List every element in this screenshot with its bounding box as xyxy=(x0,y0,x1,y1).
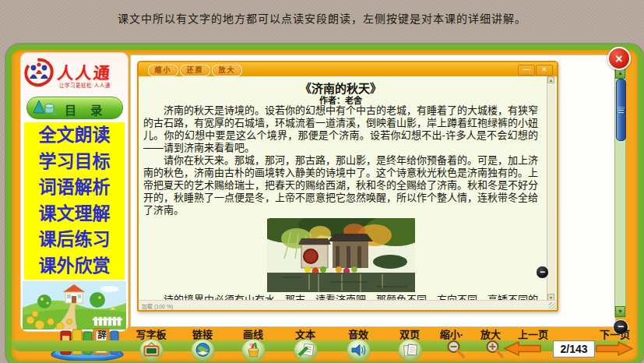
doc-minimize-button[interactable]: — xyxy=(518,65,535,76)
toolbar-drawline-button[interactable]: 画线 xyxy=(228,325,278,361)
document-window-titlebar[interactable]: 缩小 还原 放大 — × xyxy=(139,62,557,76)
magnifier-plus-icon xyxy=(484,339,505,359)
toc-button[interactable]: 目 录 xyxy=(26,97,123,119)
sidebar-item-text-comprehension[interactable]: 课文理解 xyxy=(24,201,125,227)
toolbar-zoomout-button[interactable]: 缩小· xyxy=(430,325,473,361)
prev-page-arrow[interactable] xyxy=(503,341,542,356)
scroll-down-icon[interactable]: ▼ xyxy=(615,306,625,317)
brand-row: 人人通 让学习更轻松·人人通 xyxy=(23,55,125,93)
sidebar-item-full-text-reading[interactable]: 全文朗读 xyxy=(24,122,125,149)
toolbar-doublepage-button[interactable]: 双页 xyxy=(385,325,435,361)
prev-page-label[interactable]: 上一页 xyxy=(518,326,548,341)
collapse-button-doc[interactable]: − xyxy=(536,266,549,279)
scrollbar-thumb[interactable] xyxy=(616,79,626,141)
doc-zoom-in-button[interactable]: 放大 xyxy=(212,65,242,76)
double-page-icon xyxy=(398,339,422,361)
doc-restore-button[interactable]: 还原 xyxy=(180,65,210,76)
doc-close-button[interactable]: × xyxy=(536,65,553,76)
brand-tagline: 让学习更轻松·人人通 xyxy=(59,81,111,89)
toolbar-link-button[interactable]: 链接 xyxy=(178,325,227,361)
doc-zoom-out-button[interactable]: 缩小 xyxy=(148,65,178,76)
toolbar-text-button[interactable]: 文本 xyxy=(280,325,330,361)
countryside-illustration xyxy=(23,281,126,330)
document-content: 《济南的秋天》 作者：老舍 济南的秋天是诗境的。设若你的幻想中有个中古的老城，有… xyxy=(140,76,541,301)
page-indicator: 2/143 xyxy=(553,340,595,358)
toolbar-writeboard-button[interactable]: 写字板 xyxy=(126,325,176,361)
next-page-label[interactable]: 下一页 xyxy=(600,326,630,341)
lesson-paragraph-1[interactable]: 济南的秋天是诗境的。设若你的幻想中有个中古的老城，有睡着了的大城楼，有狭窄的古石… xyxy=(143,104,538,154)
sidebar-item-extracurricular[interactable]: 课外欣赏 xyxy=(24,253,125,280)
main-scrollbar: ▲ ▼ xyxy=(614,67,626,318)
sidebar-item-learning-goals[interactable]: 学习目标 xyxy=(24,149,125,175)
shapes-icon xyxy=(32,99,58,116)
paint-bucket-icon xyxy=(241,339,266,361)
app-screen: 课文中所以有文字的地方都可以点读安段朗读，左侧按键是对本课的详细讲解。 ····… xyxy=(0,0,644,363)
sidebar-panel: 人人通 让学习更轻松·人人通 目 录 全文朗读 学习目标 词语解析 课文理解 课… xyxy=(20,52,128,332)
brand-name: 人人通 xyxy=(56,60,112,83)
link-globe-icon xyxy=(191,339,215,361)
lesson-author: 作者：老舍 xyxy=(143,93,538,104)
toolbar-sound-button[interactable]: 音效 xyxy=(333,325,383,361)
lesson-paragraph-2[interactable]: 请你在秋天来。那城，那河，那古路，那山影，是终年给你预备着的。可是，加上济南的秋… xyxy=(143,154,538,217)
speaker-icon xyxy=(347,339,371,361)
sidebar-item-word-analysis[interactable]: 词语解析 xyxy=(24,174,125,201)
instruction-text: 课文中所以有文字的地方都可以点读安段朗读，左侧按键是对本课的详细讲解。 xyxy=(0,10,644,26)
sidebar-menu: 全文朗读 学习目标 词语解析 课文理解 课后练习 课外欣赏 xyxy=(24,122,125,280)
toc-label: 目 录 xyxy=(65,101,107,118)
jinan-garden-photo xyxy=(267,218,415,292)
brand-logo-icon xyxy=(23,55,56,90)
document-statusbar: 加载 (100 %) xyxy=(139,300,557,310)
sidebar-item-after-class-exercise[interactable]: 课后练习 xyxy=(24,227,125,253)
doc-scroll-up-icon[interactable]: ▲ xyxy=(547,76,554,83)
writeboard-icon xyxy=(139,339,164,361)
resize-grip[interactable] xyxy=(549,302,556,309)
writing-hand-icon xyxy=(294,339,318,361)
next-page-arrow[interactable] xyxy=(595,341,634,356)
app-close-button[interactable]: × xyxy=(607,47,631,70)
lesson-title: 《济南的秋天》 xyxy=(143,79,538,93)
magnifier-minus-icon xyxy=(445,339,466,359)
document-window: 缩小 还原 放大 — × 《济南的秋天》 作者：老舍 济南的秋天是诗境的。设若你… xyxy=(137,61,558,312)
load-status: 加载 (100 %) xyxy=(142,302,173,310)
document-scrollbar: ▲ ▼ xyxy=(547,76,555,301)
